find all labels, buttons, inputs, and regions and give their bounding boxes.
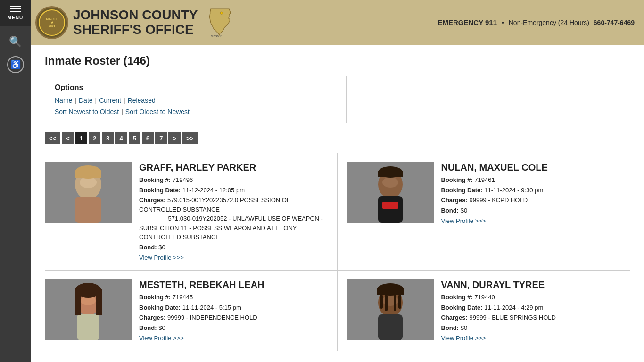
org-line1: JOHNSON COUNTY bbox=[73, 8, 198, 23]
booking-num-graff: Booking #: 719496 bbox=[139, 175, 328, 185]
bond-graff: Bond: $0 bbox=[139, 243, 328, 252]
page-4[interactable]: 4 bbox=[115, 132, 127, 144]
page-title: Inmate Roster (146) bbox=[45, 54, 630, 67]
badge-year: 1834 bbox=[49, 25, 55, 27]
header-branding: SHERIFF ★ 1834 JOHNSON COUNTY SHERIFF'S … bbox=[35, 5, 233, 40]
inmate-card-vann: VANN, DURAYL TYREE Booking #: 719440 Boo… bbox=[338, 271, 630, 351]
filter-current-link[interactable]: Current bbox=[99, 97, 121, 104]
options-title: Options bbox=[55, 83, 337, 92]
site-header: SHERIFF ★ 1834 JOHNSON COUNTY SHERIFF'S … bbox=[31, 0, 644, 45]
filter-links: Name | Date | Current | Released bbox=[55, 97, 337, 104]
svg-rect-4 bbox=[75, 197, 101, 223]
booking-date-mesteth: Booking Date: 11-11-2024 - 5:15 pm bbox=[139, 303, 328, 313]
svg-rect-32 bbox=[398, 295, 401, 309]
page-next[interactable]: > bbox=[168, 132, 181, 144]
sort-oldest-link[interactable]: Sort Oldest to Newest bbox=[125, 108, 190, 115]
filter-name-link[interactable]: Name bbox=[55, 97, 72, 104]
bond-mesteth: Bond: $0 bbox=[139, 323, 328, 333]
org-title: JOHNSON COUNTY SHERIFF'S OFFICE bbox=[73, 8, 198, 37]
pagination: << < 1 2 3 4 5 6 7 > >> bbox=[45, 132, 630, 144]
booking-num-mesteth: Booking #: 719445 bbox=[139, 293, 328, 302]
charges-vann: Charges: 99999 - BLUE SPRINGS HOLD bbox=[441, 313, 626, 322]
svg-point-0 bbox=[221, 12, 223, 14]
menu-button[interactable]: MENU bbox=[0, 0, 31, 26]
svg-rect-25 bbox=[378, 314, 403, 340]
inmate-info-mesteth: MESTETH, REBEKAH LEAH Booking #: 719445 … bbox=[139, 279, 328, 342]
svg-rect-30 bbox=[385, 295, 388, 311]
options-box: Options Name | Date | Current | Released… bbox=[45, 76, 347, 123]
header-contact: EMERGENCY 911 • Non-Emergency (24 Hours)… bbox=[438, 18, 635, 26]
booking-num-vann: Booking #: 719440 bbox=[441, 293, 626, 302]
page-1[interactable]: 1 bbox=[75, 132, 87, 144]
org-line2: SHERIFF'S OFFICE bbox=[73, 23, 198, 37]
svg-rect-28 bbox=[377, 288, 404, 295]
page-content: Inmate Roster (146) Options Name | Date … bbox=[31, 45, 644, 362]
inmate-card-graff: GRAFF, HARLEY PARKER Booking #: 719496 B… bbox=[45, 153, 338, 271]
filter-date-link[interactable]: Date bbox=[79, 97, 93, 104]
svg-rect-29 bbox=[380, 295, 383, 309]
booking-date-nulan: Booking Date: 11-11-2024 - 9:30 pm bbox=[441, 186, 626, 195]
svg-point-11 bbox=[382, 177, 398, 188]
sort-links: Sort Newest to Oldest | Sort Oldest to N… bbox=[55, 108, 337, 115]
hamburger-icon bbox=[10, 6, 21, 12]
svg-rect-13 bbox=[378, 171, 403, 177]
svg-rect-7 bbox=[75, 171, 101, 178]
page-first[interactable]: << bbox=[45, 132, 60, 144]
bond-nulan: Bond: $0 bbox=[441, 206, 626, 215]
inmate-info-nulan: NULAN, MAXUEL COLE Booking #: 719461 Boo… bbox=[441, 162, 626, 225]
page-last[interactable]: >> bbox=[182, 132, 198, 144]
booking-num-nulan: Booking #: 719461 bbox=[441, 175, 626, 185]
view-profile-mesteth[interactable]: View Profile >>> bbox=[139, 335, 184, 342]
view-profile-nulan[interactable]: View Profile >>> bbox=[441, 217, 486, 224]
emergency-label: EMERGENCY 911 bbox=[438, 18, 497, 26]
state-map: Missouri bbox=[207, 8, 233, 40]
page-5[interactable]: 5 bbox=[129, 132, 140, 144]
svg-rect-17 bbox=[77, 314, 99, 340]
inmate-card-mesteth: MESTETH, REBEKAH LEAH Booking #: 719445 … bbox=[45, 271, 338, 351]
sort-newest-link[interactable]: Sort Newest to Oldest bbox=[55, 108, 119, 115]
inmate-name-vann: VANN, DURAYL TYREE bbox=[441, 279, 626, 290]
page-6[interactable]: 6 bbox=[142, 132, 154, 144]
filter-released-link[interactable]: Released bbox=[128, 97, 156, 104]
svg-rect-10 bbox=[378, 196, 403, 223]
main-area: SHERIFF ★ 1834 JOHNSON COUNTY SHERIFF'S … bbox=[31, 0, 644, 362]
svg-rect-22 bbox=[75, 288, 101, 295]
inmate-card-nulan: NULAN, MAXUEL COLE Booking #: 719461 Boo… bbox=[338, 153, 630, 271]
menu-label: MENU bbox=[8, 15, 23, 20]
accessibility-icon[interactable]: ♿ bbox=[7, 56, 24, 73]
inmate-info-graff: GRAFF, HARLEY PARKER Booking #: 719496 B… bbox=[139, 162, 328, 262]
header-separator: • bbox=[502, 19, 504, 26]
bond-vann: Bond: $0 bbox=[441, 323, 626, 333]
inmate-info-vann: VANN, DURAYL TYREE Booking #: 719440 Boo… bbox=[441, 279, 626, 342]
svg-rect-31 bbox=[394, 295, 396, 311]
nonemergency-label: Non-Emergency (24 Hours) bbox=[509, 19, 589, 26]
inmate-name-nulan: NULAN, MAXUEL COLE bbox=[441, 162, 626, 173]
svg-rect-14 bbox=[382, 202, 398, 209]
mugshot-graff bbox=[45, 162, 132, 223]
charges-nulan: Charges: 99999 - KCPD HOLD bbox=[441, 196, 626, 205]
view-profile-vann[interactable]: View Profile >>> bbox=[441, 335, 486, 342]
inmate-grid: GRAFF, HARLEY PARKER Booking #: 719496 B… bbox=[45, 153, 630, 351]
inmate-name-mesteth: MESTETH, REBEKAH LEAH bbox=[139, 279, 328, 290]
page-2[interactable]: 2 bbox=[89, 132, 100, 144]
mugshot-vann bbox=[347, 279, 434, 340]
mugshot-nulan bbox=[347, 162, 434, 223]
mugshot-mesteth bbox=[45, 279, 132, 340]
sidebar: MENU 🔍 ♿ bbox=[0, 0, 31, 362]
phone-number: 660-747-6469 bbox=[594, 19, 635, 26]
booking-date-graff: Booking Date: 11-12-2024 - 12:05 pm bbox=[139, 186, 328, 195]
page-prev[interactable]: < bbox=[62, 132, 74, 144]
svg-text:Missouri: Missouri bbox=[211, 34, 222, 38]
charges-mesteth: Charges: 99999 - INDEPENDENCE HOLD bbox=[139, 313, 328, 322]
inmate-name-graff: GRAFF, HARLEY PARKER bbox=[139, 162, 328, 173]
page-7[interactable]: 7 bbox=[155, 132, 167, 144]
charges-graff: Charges: 579.015-001Y20223572.0 POSSESSI… bbox=[139, 196, 328, 242]
page-3[interactable]: 3 bbox=[102, 132, 114, 144]
sheriff-badge: SHERIFF ★ 1834 bbox=[35, 6, 68, 39]
booking-date-vann: Booking Date: 11-11-2024 - 4:29 pm bbox=[441, 303, 626, 313]
view-profile-graff[interactable]: View Profile >>> bbox=[139, 254, 184, 261]
search-icon[interactable]: 🔍 bbox=[6, 33, 25, 51]
